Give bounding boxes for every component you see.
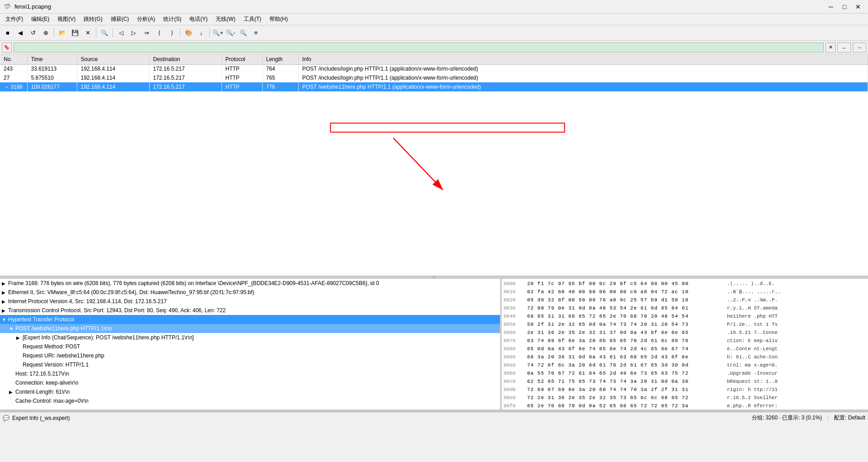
start-capture-button[interactable]: ◀ [14, 27, 26, 39]
table-row[interactable]: 275.875510192.168.4.114172.16.5.217HTTP7… [0, 73, 868, 82]
stop-capture-button[interactable]: ■ [2, 27, 14, 39]
filter-clear-button[interactable]: ✕ [826, 43, 835, 52]
svg-line-1 [393, 138, 443, 190]
sep5 [209, 29, 210, 38]
expand-icon[interactable]: ▶ [2, 308, 8, 313]
hex-offset: 00f0 [504, 403, 522, 409]
menu-item-e[interactable]: 编辑(E) [28, 14, 53, 24]
menu-item-t[interactable]: 工具(T) [240, 14, 265, 24]
detail-row[interactable]: ▶Transmission Control Protocol, Src Port… [0, 306, 500, 315]
detail-row[interactable]: ▶[Expert Info (Chat/Sequence): POST /web… [0, 333, 500, 342]
status-sep: | [827, 415, 829, 421]
hex-offset: 0090 [504, 354, 522, 360]
detail-row[interactable]: Request Version: HTTP/1.1 [0, 360, 500, 369]
filter-apply-button[interactable]: → [853, 43, 866, 52]
menu-item-a[interactable]: 分析(A) [133, 14, 159, 24]
menu-item-y[interactable]: 电话(Y) [186, 14, 211, 24]
hex-ascii: trol: ma x-age=0. [727, 362, 778, 368]
detail-text: Ethernet II, Src: VMware_8f:c5:64 (00:0c… [8, 289, 254, 295]
menu-item-g[interactable]: 跳转(G) [80, 14, 106, 24]
detail-row[interactable]: ▶Content-Length: 61\r\n [0, 387, 500, 396]
detail-row[interactable]: Host: 172.16.5.217\r\n [0, 369, 500, 378]
expand-icon[interactable]: ▶ [2, 290, 8, 295]
save-button[interactable]: 💾 [69, 27, 81, 39]
col-protocol[interactable]: Protocol [222, 54, 262, 64]
expert-info-label[interactable]: Expert Info (_ws.expert) [12, 415, 70, 421]
detail-row[interactable]: Cache-Control: max-age=0\r\n [0, 396, 500, 405]
menu-item-v[interactable]: 视图(V) [54, 14, 79, 24]
options-button[interactable]: ⊕ [40, 27, 52, 39]
expand-icon[interactable]: ▶ [9, 390, 15, 395]
next-button[interactable]: ⟩ [166, 27, 178, 39]
restart-capture-button[interactable]: ↺ [27, 27, 39, 39]
packet-list-area: No. Time Source Destination Protocol Len… [0, 54, 868, 276]
detail-row[interactable]: ▼POST /webshe11here.php HTTP/1.1\r\n [0, 324, 500, 333]
detail-row[interactable]: Request Method: POST [0, 342, 500, 351]
sep1 [54, 29, 54, 38]
autoscroll-button[interactable]: ↓ [195, 27, 207, 39]
hex-row: 005050 2f 31 2e 32 65 0d 0a 74 73 74 20 … [504, 320, 866, 329]
minimize-button[interactable]: ─ [825, 1, 837, 12]
expert-icon: 💬 [3, 415, 9, 421]
zoom-out-button[interactable]: 🔍- [225, 27, 236, 39]
find-button[interactable]: 🔍 [99, 27, 110, 39]
expand-icon[interactable]: ▼ [9, 326, 15, 331]
filter-arrow-button[interactable]: – [837, 43, 851, 52]
expand-icon[interactable]: ▶ [2, 281, 8, 286]
close-button[interactable]: ✕ [852, 1, 864, 12]
menu-item-s[interactable]: 统计(S) [160, 14, 185, 24]
menu-item-w[interactable]: 无线(W) [212, 14, 239, 24]
detail-row[interactable]: Request URI: /webshe11here.php [0, 351, 500, 360]
cell-protocol: HTTP [222, 73, 262, 82]
open-button[interactable]: 📂 [57, 27, 68, 39]
resize-columns-button[interactable]: ≡ [250, 27, 262, 39]
col-no[interactable]: No. [0, 54, 27, 64]
col-destination[interactable]: Destination [149, 54, 222, 64]
detail-row[interactable]: ▶Ethernet II, Src: VMware_8f:c5:64 (00:0… [0, 288, 500, 297]
goto-button[interactable]: ⇒ [141, 27, 152, 39]
hex-ascii: .|..... )..d..E. [727, 281, 775, 286]
cell-info: POST /includes/login.php HTTP/1.1 (appli… [298, 73, 868, 82]
col-time[interactable]: Time [27, 54, 77, 64]
table-row[interactable]: → 3188109.026177192.168.4.114172.16.5.21… [0, 82, 868, 91]
detail-row[interactable]: ▶Frame 3188: 776 bytes on wire (6208 bit… [0, 279, 500, 288]
hex-ascii: P/1.2e.. tst 1 Ts [727, 322, 778, 327]
hex-offset: 0030 [504, 305, 522, 311]
cell-destination: 172.16.5.217 [149, 82, 222, 91]
cell-destination: 172.16.5.217 [149, 73, 222, 82]
table-header-row: No. Time Source Destination Protocol Len… [0, 54, 868, 64]
titlebar-controls: ─ □ ✕ [825, 1, 864, 12]
zoom-in-button[interactable]: 🔍+ [212, 27, 224, 39]
filter-bookmark-button[interactable]: 🔖 [2, 43, 12, 52]
col-source[interactable]: Source [77, 54, 149, 64]
filter-input[interactable]: urlencoded-form [14, 43, 824, 52]
detail-row[interactable]: ▶Internet Protocol Version 4, Src: 192.1… [0, 297, 500, 306]
profile-label: 配置: Default [834, 414, 865, 422]
expand-icon[interactable]: ▼ [2, 317, 8, 322]
packet-table: No. Time Source Destination Protocol Len… [0, 54, 868, 91]
close-file-button[interactable]: ✕ [82, 27, 94, 39]
table-row[interactable]: 24333.619113192.168.4.114172.16.5.217HTT… [0, 64, 868, 73]
detail-row[interactable]: Connection: keep-alive\r\n [0, 378, 500, 387]
menu-item-c[interactable]: 捕获(C) [107, 14, 133, 24]
prev-button[interactable]: ⟨ [153, 27, 165, 39]
cell-length: 776 [262, 82, 298, 91]
hex-bytes: 68 3a 20 36 31 0d 0a 43 61 63 68 65 2d 4… [527, 354, 722, 360]
hex-ascii: r.16.5.2 5sellher [727, 395, 778, 400]
back-button[interactable]: ◁ [115, 27, 127, 39]
zoom-reset-button[interactable]: 🔍 [237, 27, 249, 39]
hex-ascii: r.y.1..H ST.ameda [727, 305, 778, 311]
menu-item-f[interactable]: 文件(F) [2, 14, 27, 24]
hex-ascii: ..B`@.... .....r.. [727, 289, 781, 295]
hex-dump: 000020 f1 7c 97 95 bf 00 0c 29 8f c5 64 … [502, 279, 868, 410]
col-length[interactable]: Length [262, 54, 298, 64]
colorize-button[interactable]: 🎨 [183, 27, 194, 39]
detail-row[interactable]: ▼Hypertext Transfer Protocol [0, 315, 500, 324]
forward-button[interactable]: ▷ [128, 27, 140, 39]
detail-text: Connection: keep-alive\r\n [15, 380, 78, 386]
menu-item-h[interactable]: 帮助(H) [266, 14, 292, 24]
col-info[interactable]: Info [298, 54, 868, 64]
maximize-button[interactable]: □ [838, 1, 851, 12]
expand-icon[interactable]: ▶ [2, 299, 8, 304]
expand-icon[interactable]: ▶ [16, 335, 23, 340]
